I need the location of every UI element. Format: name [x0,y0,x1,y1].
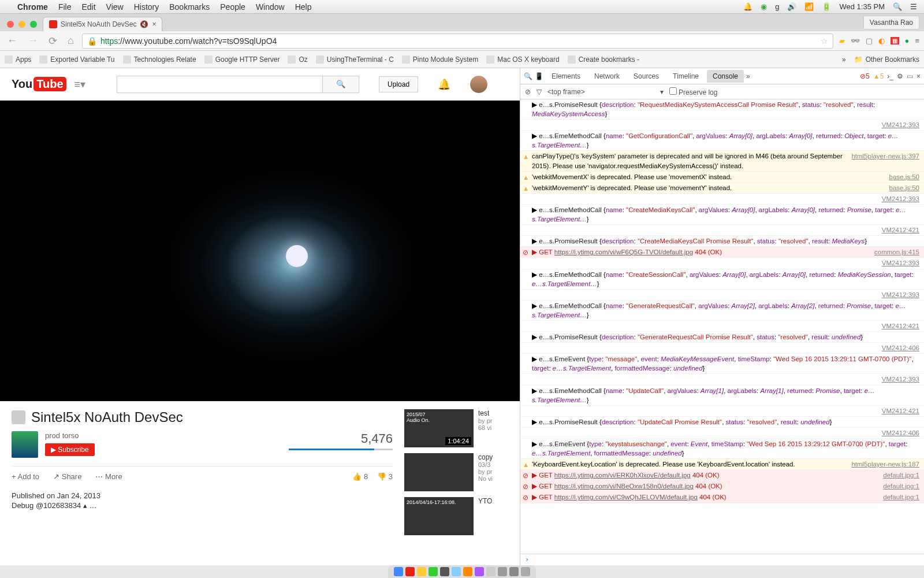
dock-app-3[interactable] [417,567,426,576]
console-log-entry[interactable]: ⊘▶ GET https://i.ytimg.com/vi/NBeOxw158n… [520,481,924,492]
bookmark-item[interactable]: Technologies Relate [123,55,196,64]
console-log-entry[interactable]: ▶ e…s.EmeMethodCall {name: "CreateSessio… [520,269,924,290]
console-log-entry[interactable]: ▲'webkitMovementX' is deprecated. Please… [520,172,924,183]
related-video[interactable]: 2014/04/16-17:16:08.YTO [404,497,508,535]
guide-toggle-icon[interactable]: ≡▾ [74,78,86,91]
console-output[interactable]: ▶ e…s.PromiseResult {description: "Reque… [520,99,924,554]
browser-tab[interactable]: Sintel5x NoAuth DevSec 🔇 × [43,17,162,31]
log-source[interactable]: base.js:50 [889,172,919,181]
console-log-entry[interactable]: ▶ e…s.PromiseResult {description: "Reque… [520,99,924,120]
log-source[interactable]: VM2412:421 [882,406,919,416]
frame-dropdown-icon[interactable]: ▾ [660,88,664,96]
wifi-icon[interactable]: 📶 [804,2,814,11]
console-log-entry[interactable]: ▶ e…s.EmeMethodCall {name: "CreateMediaK… [520,205,924,225]
console-log-entry[interactable]: ⊘▶ GET https://i.ytimg.com/vi/wF6Q5G-TVO… [520,247,924,258]
devtools-tab-console[interactable]: Console [707,70,744,83]
menu-window[interactable]: Window [256,2,285,12]
log-source[interactable]: VM2412:393 [882,120,919,129]
clock[interactable]: Wed 1:35 PM [839,2,885,11]
ext-icon-3[interactable]: ◐ [878,36,885,45]
other-bookmarks[interactable]: 📁 Other Bookmarks [854,55,919,64]
dock-app-8[interactable] [475,567,484,576]
settings-icon[interactable]: ⚙ [897,72,903,80]
warning-count[interactable]: ▲5 [873,72,884,80]
menu-edit[interactable]: Edit [81,2,95,12]
dock-app-7[interactable] [463,567,472,576]
menu-view[interactable]: View [106,2,124,12]
menu-history[interactable]: History [134,2,159,12]
log-source[interactable]: VM2412:406 [882,343,919,353]
bookmark-item[interactable]: Google HTTP Server [204,55,280,64]
dock-app-10[interactable] [498,567,507,576]
maximize-window-button[interactable] [30,21,37,28]
log-source[interactable]: html5player-new.js:187 [851,460,919,469]
bookmark-item[interactable]: Pinto Module System [402,55,478,64]
notification-icon[interactable]: 🔔 [743,2,752,11]
log-source[interactable]: VM2412:421 [882,321,919,331]
dock-app-4[interactable] [429,567,438,576]
log-source[interactable]: VM2412:406 [882,428,919,438]
devtools-tab-sources[interactable]: Sources [628,70,665,83]
close-window-button[interactable] [7,21,14,28]
log-source[interactable]: base.js:50 [889,183,919,192]
ext-icon-5[interactable]: ● [905,36,910,45]
frame-selector[interactable]: <top frame> [547,88,585,96]
tab-close-icon[interactable]: × [152,20,156,28]
devtools-tab-timeline[interactable]: Timeline [667,70,705,83]
notifications-icon[interactable]: 🔔 [438,78,450,91]
dock-app-11[interactable] [509,567,519,576]
close-devtools-icon[interactable]: × [916,72,921,80]
console-toggle-icon[interactable]: ›_ [887,72,893,80]
console-log-entry[interactable]: ▶ e…s.PromiseResult {description: "Creat… [520,236,924,247]
preserve-log-checkbox[interactable]: Preserve log [669,87,718,97]
search-button[interactable]: 🔍 [322,76,359,93]
cast-icon[interactable]: ▢ [866,36,873,45]
bookmarks-overflow[interactable]: » [842,55,846,64]
dock-trash[interactable] [521,567,530,576]
search-input[interactable] [117,76,322,93]
log-source[interactable]: VM2412:421 [882,225,919,235]
youtube-logo[interactable]: YouTube [12,77,66,91]
chrome-user-button[interactable]: Vasantha Rao [863,16,919,29]
dock-app-9[interactable] [486,567,495,576]
log-source[interactable]: VM2412:393 [882,375,919,384]
menu-file[interactable]: File [58,2,72,12]
bookmark-item[interactable]: Create bookmarks - [568,55,639,64]
console-log-entry[interactable]: ⊘▶ GET https://i.ytimg.com/vi/ERK0hXlxov… [520,470,924,481]
log-source[interactable]: default.jpg:1 [883,481,919,491]
related-video[interactable]: 2015/07Audio On.1:04:24testby pr68 vi [404,409,508,447]
devtools-tab-network[interactable]: Network [588,70,625,83]
bookmark-item[interactable]: Exported Variable Tu [39,55,114,64]
console-prompt[interactable]: › [520,554,924,565]
dislike-button[interactable]: 👎 3 [377,472,393,481]
console-log-entry[interactable]: ▶ e…s.EmeMethodCall {name: "GenerateRequ… [520,301,924,321]
star-icon[interactable]: ☆ [821,36,828,46]
devtools-tab-elements[interactable]: Elements [546,70,586,83]
address-bar[interactable]: 🔒 https://www.youtube.com/watch?v=tsO9Sq… [82,34,833,49]
list-icon[interactable]: ☰ [910,2,917,11]
menu-help[interactable]: Help [295,2,312,12]
google-icon[interactable]: g [775,2,779,11]
minimize-window-button[interactable] [18,21,25,28]
console-log-entry[interactable]: ▶ e…s.EmeMethodCall {name: "UpdateCall",… [520,386,924,406]
bookmark-item[interactable]: UsingTheTerminal - C [316,55,394,64]
battery-icon[interactable]: 🔋 [822,2,831,11]
addto-button[interactable]: + Add to [12,472,39,481]
status-icon[interactable]: ◉ [761,2,767,11]
console-log-entry[interactable]: ▶ e…s.PromiseResult {description: "Updat… [520,417,924,428]
volume-icon[interactable]: 🔊 [787,2,796,11]
share-button[interactable]: ↗ Share [53,472,81,481]
menu-bookmarks[interactable]: Bookmarks [169,2,210,12]
video-player[interactable] [0,101,520,401]
tabs-overflow-icon[interactable]: » [746,72,750,80]
ext-icon-4[interactable]: ▦ [891,37,899,45]
dock-app-5[interactable] [440,567,449,576]
like-button[interactable]: 👍 8 [352,472,368,481]
console-log-entry[interactable]: ⊘▶ GET https://i.ytimg.com/vi/C9wQhJELOV… [520,492,924,503]
channel-name[interactable]: prod torso [45,431,95,440]
console-log-entry[interactable]: ▶ e…s.PromiseResult {description: "Gener… [520,332,924,343]
clear-console-icon[interactable]: ⊘ [525,88,531,96]
dock-app-2[interactable] [405,567,415,576]
filter-icon[interactable]: ▽ [536,88,542,96]
log-source[interactable]: html5player-new.js:397 [851,151,919,170]
